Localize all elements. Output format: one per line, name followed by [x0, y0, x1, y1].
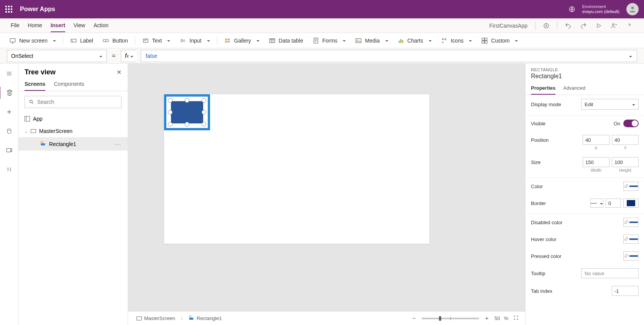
visible-toggle[interactable]	[623, 120, 639, 127]
more-icon[interactable]: ···	[115, 141, 122, 147]
menu-view[interactable]: View	[74, 19, 85, 32]
tree-item-app[interactable]: App	[18, 113, 128, 125]
svg-point-28	[189, 316, 191, 318]
insert-charts-dropdown[interactable]: Charts	[394, 33, 435, 48]
fx-button[interactable]: fx	[121, 50, 137, 62]
insert-input-dropdown[interactable]: Input	[176, 33, 214, 48]
insert-text-dropdown[interactable]: Text	[138, 33, 174, 48]
height-input[interactable]: 100	[612, 157, 639, 167]
play-button[interactable]	[592, 20, 606, 32]
menu-action[interactable]: Action	[94, 19, 108, 32]
resize-handle[interactable]	[202, 98, 206, 103]
tab-advanced[interactable]: Advanced	[563, 83, 585, 95]
svg-rect-20	[485, 38, 487, 40]
app-icon	[25, 116, 30, 121]
input-icon	[179, 37, 186, 44]
insert-forms-dropdown[interactable]: Forms	[309, 33, 350, 48]
tree-item-rectangle[interactable]: Rectangle1 ···	[18, 137, 128, 151]
property-selector[interactable]: OnSelect	[7, 50, 107, 62]
hover-color-swatch[interactable]	[623, 235, 639, 244]
svg-rect-23	[7, 149, 11, 152]
rail-hamburger[interactable]	[3, 67, 15, 80]
insert-ribbon: New screen Label Button Text Input Galle…	[0, 33, 644, 48]
insert-label-button[interactable]: Label	[66, 33, 97, 48]
resize-handle[interactable]	[202, 122, 206, 126]
svg-point-2	[546, 25, 547, 26]
svg-point-24	[30, 100, 32, 103]
fit-to-screen-button[interactable]	[512, 315, 520, 322]
close-icon[interactable]: ✕	[117, 69, 122, 76]
zoom-in-button[interactable]: +	[483, 315, 491, 322]
insert-datatable-button[interactable]: Data table	[265, 33, 307, 48]
data-table-icon	[269, 37, 276, 44]
tooltip-input[interactable]: No value	[581, 268, 639, 278]
hover-color-label: Hover color	[531, 236, 556, 242]
insert-icons-dropdown[interactable]: Icons	[437, 33, 476, 48]
insert-gallery-dropdown[interactable]: Gallery	[220, 33, 263, 48]
formula-bar: OnSelect = fx false	[0, 48, 644, 64]
pressed-color-swatch[interactable]	[623, 251, 639, 261]
tree-search[interactable]	[25, 96, 122, 108]
tab-properties[interactable]: Properties	[531, 83, 555, 95]
disabled-color-swatch[interactable]	[623, 218, 639, 227]
svg-rect-5	[71, 39, 76, 42]
tabindex-input[interactable]: -1	[612, 286, 639, 296]
insert-custom-dropdown[interactable]: Custom	[477, 33, 522, 48]
rail-data[interactable]	[3, 125, 15, 137]
tree-search-input[interactable]	[37, 99, 117, 105]
position-x-input[interactable]: 40	[583, 135, 610, 145]
zoom-out-button[interactable]: −	[410, 315, 418, 322]
menu-insert[interactable]: Insert	[51, 19, 65, 32]
redo-button[interactable]	[577, 20, 590, 32]
pressed-color-label: Pressed color	[531, 253, 561, 259]
selected-rectangle[interactable]	[164, 94, 210, 130]
resize-handle[interactable]	[168, 122, 172, 126]
app-checker-button[interactable]	[539, 20, 553, 32]
border-color-swatch[interactable]	[623, 199, 639, 208]
charts-icon	[398, 37, 404, 44]
rail-tree-view[interactable]	[0, 87, 18, 99]
environment-label: Environment	[582, 4, 619, 9]
breadcrumb-shape[interactable]: Rectangle1	[185, 313, 225, 323]
rail-advanced-tools[interactable]	[3, 163, 15, 176]
tab-components[interactable]: Components	[54, 81, 84, 91]
resize-handle[interactable]	[168, 98, 172, 103]
color-swatch[interactable]	[623, 182, 639, 191]
svg-rect-9	[225, 41, 227, 43]
user-avatar[interactable]	[626, 3, 639, 15]
visible-value: On	[614, 121, 620, 126]
insert-button-button[interactable]: Button	[99, 33, 131, 48]
tab-screens[interactable]: Screens	[25, 81, 45, 91]
new-screen-button[interactable]: New screen	[5, 33, 60, 48]
resize-handle[interactable]	[185, 122, 189, 126]
insert-media-dropdown[interactable]: Media	[351, 33, 392, 48]
environment-picker[interactable]: Environment enayu.com (default)	[582, 4, 619, 14]
menu-file[interactable]: File	[11, 19, 20, 32]
resize-handle[interactable]	[202, 110, 206, 115]
app-launcher-icon[interactable]	[5, 6, 12, 13]
canvas-area[interactable]: MasterScreen › Rectangle1 − + 50 %	[128, 64, 525, 325]
canvas-screen[interactable]	[164, 94, 429, 244]
position-y-input[interactable]: 40	[612, 135, 639, 145]
resize-handle[interactable]	[185, 98, 189, 103]
tree-item-screen[interactable]: ⌄ MasterScreen	[18, 125, 128, 137]
size-label: Size	[531, 159, 540, 165]
formula-input[interactable]: false	[141, 50, 637, 62]
zoom-slider[interactable]	[422, 318, 479, 319]
rail-insert[interactable]	[3, 106, 15, 118]
display-mode-select[interactable]: Edit	[581, 99, 639, 110]
border-width-input[interactable]: 0	[606, 199, 621, 208]
rail-media[interactable]	[3, 144, 15, 156]
app-name: Power Apps	[20, 6, 55, 13]
border-style-select[interactable]	[590, 199, 603, 208]
svg-rect-16	[402, 40, 403, 43]
button-icon	[102, 37, 109, 44]
separator	[557, 21, 557, 30]
breadcrumb-screen[interactable]: MasterScreen	[133, 314, 178, 323]
width-input[interactable]: 150	[583, 157, 610, 167]
undo-button[interactable]	[561, 20, 575, 32]
help-button[interactable]	[623, 20, 636, 32]
share-button[interactable]	[607, 20, 621, 32]
menu-home[interactable]: Home	[28, 19, 42, 32]
resize-handle[interactable]	[168, 110, 172, 115]
